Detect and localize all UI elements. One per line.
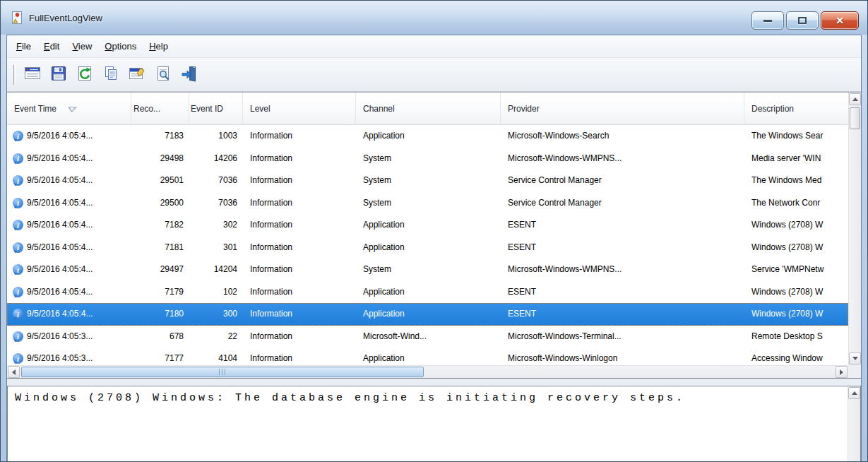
exit-icon — [180, 64, 198, 85]
menu-edit[interactable]: Edit — [37, 37, 66, 55]
column-header-label: Channel — [363, 104, 395, 114]
cell-event-id: 7036 — [189, 170, 243, 192]
refresh-button[interactable] — [73, 64, 96, 86]
cell-event-time: i9/5/2016 4:05:3... — [7, 348, 131, 365]
cell-record-id: 7182 — [131, 214, 189, 237]
find-button[interactable] — [152, 64, 174, 86]
column-header-event_id[interactable]: Event ID — [189, 93, 243, 124]
table-row[interactable]: i9/5/2016 4:05:3...71774104InformationAp… — [7, 348, 848, 365]
menu-bar: FileEditViewOptionsHelp — [7, 35, 861, 58]
information-icon: i — [13, 153, 23, 164]
table-row[interactable]: i9/5/2016 4:05:4...7180300InformationApp… — [7, 303, 848, 326]
pane-scroll-up-button[interactable] — [848, 387, 860, 399]
thumb-grip-icon — [219, 369, 227, 375]
column-header-provider[interactable]: Provider — [501, 93, 744, 124]
cell-record-id: 7179 — [131, 281, 189, 304]
cell-description: Service 'WMPNetw — [744, 259, 848, 281]
information-icon: i — [13, 220, 23, 230]
splitter[interactable] — [7, 379, 861, 386]
table-row[interactable]: i9/5/2016 4:05:4...71831003InformationAp… — [7, 125, 848, 148]
table-row[interactable]: i9/5/2016 4:05:4...2949714204Information… — [7, 259, 848, 281]
vertical-scrollbar[interactable] — [848, 93, 861, 365]
title-bar[interactable]: FullEventLogView ✕ — [1, 1, 867, 35]
table-row[interactable]: i9/5/2016 4:05:4...7179102InformationApp… — [7, 281, 848, 304]
maximize-button[interactable] — [786, 11, 819, 30]
information-icon: i — [13, 353, 23, 364]
horizontal-scrollbar[interactable] — [7, 365, 848, 378]
vertical-scroll-thumb[interactable] — [850, 107, 860, 129]
cell-description: The Network Conr — [744, 192, 848, 215]
column-header-level[interactable]: Level — [243, 93, 356, 124]
information-icon: i — [13, 198, 23, 208]
app-icon[interactable] — [11, 11, 23, 25]
arrow-left-icon — [12, 369, 16, 375]
event-time-text: 9/5/2016 4:05:3... — [27, 326, 93, 348]
cell-event-id: 7036 — [189, 192, 243, 215]
information-icon: i — [13, 264, 23, 275]
app-window: FullEventLogView ✕ FileEditViewOptionsHe… — [0, 0, 868, 462]
cell-provider: Microsoft-Windows-WMPNS... — [501, 259, 744, 281]
column-header-label: Event ID — [191, 104, 223, 114]
cell-provider: ESENT — [501, 303, 744, 326]
cell-channel: Application — [356, 348, 501, 365]
cell-event-id: 22 — [189, 326, 243, 348]
cell-description: Accessing Window — [744, 348, 848, 365]
column-header-channel[interactable]: Channel — [356, 93, 501, 124]
choose-data-source-button[interactable] — [21, 64, 44, 86]
table-row[interactable]: i9/5/2016 4:05:3...67822InformationMicro… — [7, 326, 848, 348]
column-header-time[interactable]: Event Time — [7, 93, 131, 124]
cell-record-id: 29497 — [131, 259, 189, 281]
cell-level: Information — [243, 348, 356, 365]
table-row[interactable]: i9/5/2016 4:05:4...295017036InformationS… — [7, 170, 848, 192]
table-row[interactable]: i9/5/2016 4:05:4...2949814206Information… — [7, 148, 848, 170]
column-header-description[interactable]: Description — [744, 93, 848, 124]
menu-options[interactable]: Options — [98, 37, 143, 55]
cell-record-id: 7177 — [131, 348, 189, 365]
cell-provider: Microsoft-Windows-Terminal... — [501, 326, 744, 348]
cell-event-time: i9/5/2016 4:05:4... — [7, 259, 131, 281]
toolbar-gripper-icon — [13, 65, 16, 85]
cell-channel: System — [356, 148, 501, 170]
copy-button[interactable] — [100, 64, 122, 86]
cell-channel: Application — [356, 303, 501, 326]
save-button[interactable] — [47, 64, 70, 86]
cell-event-time: i9/5/2016 4:05:3... — [7, 326, 131, 348]
menu-file[interactable]: File — [10, 37, 37, 55]
cell-provider: Microsoft-Windows-WMPNS... — [501, 148, 744, 170]
information-icon: i — [13, 309, 23, 319]
pane-vertical-scrollbar[interactable] — [848, 386, 860, 461]
cell-event-id: 301 — [189, 237, 243, 259]
scroll-down-button[interactable] — [849, 353, 861, 365]
menu-help[interactable]: Help — [143, 37, 174, 55]
information-icon: i — [13, 175, 23, 186]
column-header-label: Reco... — [133, 104, 160, 114]
cell-channel: Application — [356, 281, 501, 304]
close-button[interactable]: ✕ — [821, 11, 859, 30]
cell-description: Windows (2708) W — [744, 237, 848, 259]
scroll-up-button[interactable] — [849, 93, 861, 105]
properties-button[interactable] — [126, 64, 148, 86]
cell-event-id: 302 — [189, 214, 243, 237]
table-row[interactable]: i9/5/2016 4:05:4...295007036InformationS… — [7, 192, 848, 215]
exit-button[interactable] — [178, 64, 201, 86]
cell-record-id: 29500 — [131, 192, 189, 215]
cell-event-time: i9/5/2016 4:05:4... — [7, 214, 131, 237]
column-header-record[interactable]: Reco... — [131, 93, 189, 124]
cell-level: Information — [243, 281, 356, 304]
event-time-text: 9/5/2016 4:05:4... — [27, 148, 93, 170]
scroll-right-button[interactable] — [836, 366, 848, 378]
menu-view[interactable]: View — [66, 37, 98, 55]
minimize-button[interactable] — [751, 11, 784, 30]
event-time-text: 9/5/2016 4:05:4... — [27, 170, 93, 192]
cell-event-time: i9/5/2016 4:05:4... — [7, 192, 131, 215]
scroll-left-button[interactable] — [8, 366, 20, 378]
find-icon — [154, 64, 172, 85]
information-icon: i — [13, 131, 23, 141]
table-row[interactable]: i9/5/2016 4:05:4...7182302InformationApp… — [7, 214, 848, 237]
table-row[interactable]: i9/5/2016 4:05:4...7181301InformationApp… — [7, 237, 848, 259]
horizontal-scroll-thumb[interactable] — [21, 367, 424, 377]
cell-event-time: i9/5/2016 4:05:4... — [7, 281, 131, 304]
event-time-text: 9/5/2016 4:05:4... — [27, 281, 93, 304]
cell-provider: Microsoft-Windows-Search — [501, 125, 744, 148]
cell-event-id: 4104 — [189, 348, 243, 365]
